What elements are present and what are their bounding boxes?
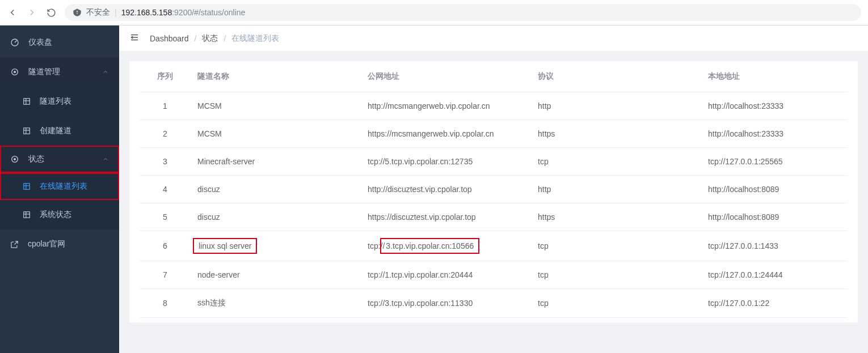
cell-seq: 7 xyxy=(140,261,191,289)
table-row: 6linux sql servertcp://3.tcp.vip.cpolar.… xyxy=(140,231,848,261)
sidebar-item-label: cpolar官网 xyxy=(28,239,119,249)
addr-separator: | xyxy=(115,8,117,17)
cell-proto: http xyxy=(531,92,701,120)
cell-public: https://mcsmangerweb.vip.cpolar.cn xyxy=(361,120,531,148)
cell-local: http://localhost:23333 xyxy=(701,120,848,148)
table-row: 2MCSMhttps://mcsmangerweb.vip.cpolar.cnh… xyxy=(140,120,848,148)
svg-point-10 xyxy=(14,158,16,160)
list-icon xyxy=(23,97,31,105)
cell-public: http://discuztest.vip.cpolar.top xyxy=(361,176,531,203)
chevron-down-icon xyxy=(102,69,109,75)
list-icon xyxy=(23,182,31,190)
sidebar: 仪表盘 隧道管理 隧道列表 创建隧道 状态 在线隧道列表 系统状态 xyxy=(0,25,119,353)
cell-local: tcp://127.0.0.1:22 xyxy=(701,289,848,318)
cell-public: tcp://3.tcp.vip.cpolar.cn:10566 xyxy=(361,231,531,261)
cell-proto: tcp xyxy=(531,231,701,261)
sidebar-item-cpolarsite[interactable]: cpolar官网 xyxy=(0,229,119,259)
breadcrumb-level1[interactable]: 状态 xyxy=(202,33,218,44)
breadcrumb: Dashboard / 状态 / 在线隧道列表 xyxy=(150,33,279,44)
cell-local: http://localhost:8089 xyxy=(701,203,848,231)
table-row: 1MCSMhttp://mcsmangerweb.vip.cpolar.cnht… xyxy=(140,92,848,120)
cell-seq: 5 xyxy=(140,203,191,231)
col-seq: 序列 xyxy=(140,61,191,92)
chevron-down-icon xyxy=(102,156,109,163)
col-proto: 协议 xyxy=(531,61,701,92)
breadcrumb-current: 在线隧道列表 xyxy=(231,33,279,44)
breadcrumb-root[interactable]: Dashboard xyxy=(150,34,189,43)
dashboard-icon xyxy=(10,38,19,47)
cell-name: node-server xyxy=(191,261,361,289)
cell-proto: tcp xyxy=(531,261,701,289)
table-row: 7node-servertcp://1.tcp.vip.cpolar.cn:20… xyxy=(140,261,848,289)
cell-seq: 4 xyxy=(140,176,191,203)
cell-name: discuz xyxy=(191,203,361,231)
breadcrumb-sep: / xyxy=(224,34,226,43)
insecure-label: 不安全 xyxy=(86,7,110,18)
table-row: 5discuzhttps://discuztest.vip.cpolar.top… xyxy=(140,203,848,231)
sidebar-item-tunnellist[interactable]: 隧道列表 xyxy=(0,87,119,116)
cell-public: http://mcsmangerweb.vip.cpolar.cn xyxy=(361,92,531,120)
cell-local: tcp://127.0.0.1:25565 xyxy=(701,148,848,176)
cell-public: tcp://5.tcp.vip.cpolar.cn:12735 xyxy=(361,148,531,176)
reload-button[interactable] xyxy=(45,8,57,18)
tunnel-icon xyxy=(10,67,19,76)
list-icon xyxy=(23,127,31,135)
sidebar-item-label: 系统状态 xyxy=(40,210,119,220)
url-text: 192.168.5.158:9200/#/status/online xyxy=(121,8,246,17)
table-row: 4discuzhttp://discuztest.vip.cpolar.toph… xyxy=(140,176,848,203)
sidebar-item-dashboard[interactable]: 仪表盘 xyxy=(0,28,119,57)
sidebar-item-label: 隧道列表 xyxy=(40,96,119,107)
sidebar-item-createtunnel[interactable]: 创建隧道 xyxy=(0,116,119,146)
cell-seq: 6 xyxy=(140,231,191,261)
cell-public: tcp://1.tcp.vip.cpolar.cn:20444 xyxy=(361,261,531,289)
sidebar-item-label: 状态 xyxy=(28,154,93,164)
sidebar-item-label: 在线隧道列表 xyxy=(40,181,119,192)
breadcrumb-sep: / xyxy=(195,34,197,43)
sidebar-item-status[interactable]: 状态 xyxy=(0,146,119,173)
cell-seq: 8 xyxy=(140,289,191,318)
svg-point-2 xyxy=(14,71,16,73)
cell-local: tcp://127.0.0.1:24444 xyxy=(701,261,848,289)
cell-proto: https xyxy=(531,203,701,231)
list-icon xyxy=(23,211,31,219)
sidebar-item-onlinetunnels[interactable]: 在线隧道列表 xyxy=(0,173,119,200)
svg-rect-14 xyxy=(24,212,30,218)
insecure-icon xyxy=(73,8,82,17)
cell-local: tcp://127.0.0.1:1433 xyxy=(701,231,848,261)
cell-proto: http xyxy=(531,176,701,203)
collapse-sidebar-button[interactable] xyxy=(129,32,140,44)
forward-button[interactable] xyxy=(26,7,37,18)
tunnel-table-card: 序列 隧道名称 公网地址 协议 本地地址 1MCSMhttp://mcsmang… xyxy=(129,61,858,322)
top-bar: Dashboard / 状态 / 在线隧道列表 xyxy=(119,25,868,51)
col-local: 本地地址 xyxy=(701,61,848,92)
sidebar-item-tunnelmgr[interactable]: 隧道管理 xyxy=(0,57,119,87)
cell-proto: tcp xyxy=(531,148,701,176)
cell-name: linux sql server xyxy=(191,231,361,261)
table-row: 3Minecraft-servertcp://5.tcp.vip.cpolar.… xyxy=(140,148,848,176)
cell-name: ssh连接 xyxy=(191,289,361,318)
sidebar-item-sysstatus[interactable]: 系统状态 xyxy=(0,200,119,229)
address-bar[interactable]: 不安全 | 192.168.5.158:9200/#/status/online xyxy=(65,4,861,21)
col-public: 公网地址 xyxy=(361,61,531,92)
cell-seq: 1 xyxy=(140,92,191,120)
cell-seq: 2 xyxy=(140,120,191,148)
back-button[interactable] xyxy=(7,7,18,18)
cell-local: http://localhost:8089 xyxy=(701,176,848,203)
tunnel-table: 序列 隧道名称 公网地址 协议 本地地址 1MCSMhttp://mcsmang… xyxy=(140,61,848,318)
cell-name: Minecraft-server xyxy=(191,148,361,176)
table-row: 8ssh连接tcp://3.tcp.vip.cpolar.cn:11330tcp… xyxy=(140,289,848,318)
status-icon xyxy=(10,155,19,164)
sidebar-item-label: 仪表盘 xyxy=(28,37,119,48)
menu-fold-icon xyxy=(129,32,140,42)
cell-name: MCSM xyxy=(191,120,361,148)
col-name: 隧道名称 xyxy=(191,61,361,92)
sidebar-item-label: 创建隧道 xyxy=(40,126,119,136)
cell-public: https://discuztest.vip.cpolar.top xyxy=(361,203,531,231)
cell-local: http://localhost:23333 xyxy=(701,92,848,120)
svg-rect-6 xyxy=(24,128,30,134)
sidebar-item-label: 隧道管理 xyxy=(28,67,93,77)
browser-toolbar: 不安全 | 192.168.5.158:9200/#/status/online xyxy=(0,0,868,25)
cell-public: tcp://3.tcp.vip.cpolar.cn:11330 xyxy=(361,289,531,318)
svg-rect-3 xyxy=(24,99,30,105)
external-link-icon xyxy=(10,240,19,249)
